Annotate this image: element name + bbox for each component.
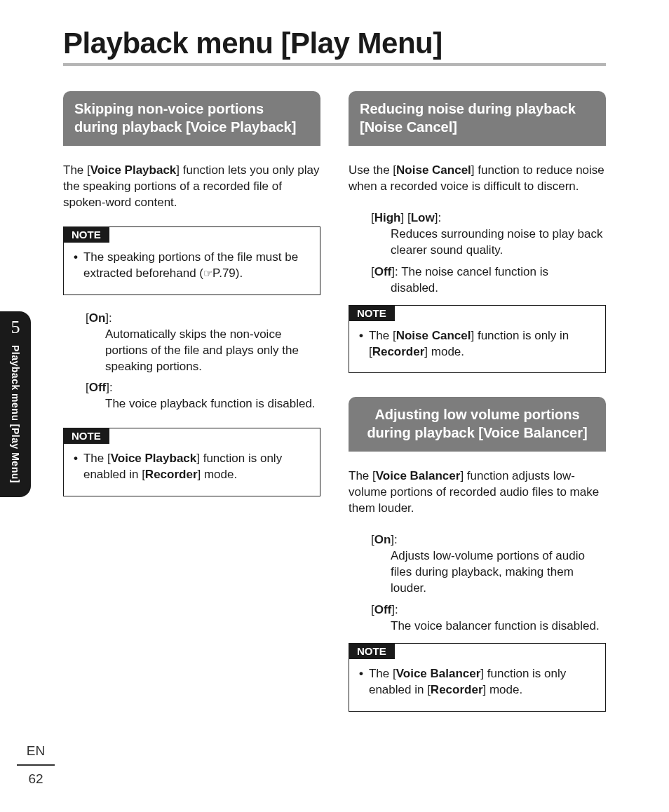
note-label: NOTE bbox=[349, 643, 395, 659]
text: ] mode. bbox=[198, 468, 238, 481]
page-number: 62 bbox=[17, 771, 55, 787]
option-off-label: [Off]: bbox=[371, 602, 606, 618]
text: The [ bbox=[83, 452, 111, 465]
language-code: EN bbox=[17, 743, 55, 764]
divider bbox=[17, 764, 55, 766]
label: Off bbox=[374, 265, 392, 278]
section-header: Skipping non-voice portions during playb… bbox=[63, 91, 320, 146]
option-off-label: [Off]: bbox=[86, 380, 320, 396]
note-content: • The [Voice Balancer] function is only … bbox=[349, 659, 605, 711]
option-on-desc: Automatically skips the non-voice portio… bbox=[86, 327, 320, 375]
option-highlow-desc: Reduces surrounding noise to play back c… bbox=[371, 226, 606, 259]
section-header: Reducing noise during playback [Noise Ca… bbox=[349, 91, 606, 146]
note-bullet: • The [Noise Cancel] function is only in… bbox=[359, 328, 595, 360]
bullet-dot: • bbox=[359, 328, 363, 360]
text: ] mode. bbox=[483, 683, 523, 696]
term: Noise Cancel bbox=[396, 163, 471, 177]
text: The [ bbox=[369, 667, 396, 680]
note-label: NOTE bbox=[349, 305, 395, 321]
section-noise-cancel: Reducing noise during playback [Noise Ca… bbox=[349, 91, 606, 373]
note-content: • The [Voice Playback] function is only … bbox=[64, 444, 320, 496]
page-ref-icon: ☞ bbox=[203, 266, 212, 280]
note-label: NOTE bbox=[63, 226, 109, 243]
content-columns: Skipping non-voice portions during playb… bbox=[63, 91, 606, 727]
page-footer: EN 62 bbox=[17, 743, 55, 787]
bullet-dot: • bbox=[74, 451, 78, 483]
intro-text: The [Voice Playback] function lets you o… bbox=[63, 163, 320, 211]
text: ] mode. bbox=[424, 345, 464, 358]
note-box: NOTE • The [Voice Balancer] function is … bbox=[349, 643, 606, 712]
note-text: The [Noise Cancel] function is only in [… bbox=[369, 328, 595, 360]
text: The speaking portions of the file must b… bbox=[83, 250, 298, 280]
note-bullet: • The speaking portions of the file must… bbox=[74, 250, 310, 282]
options: [High] [Low]: Reduces surrounding noise … bbox=[349, 210, 606, 297]
option-on-label: [On]: bbox=[371, 532, 606, 548]
term: Recorder bbox=[145, 468, 198, 481]
option-on-desc: Adjusts low-volume portions of audio fil… bbox=[371, 548, 606, 597]
term: Voice Playback bbox=[90, 163, 177, 177]
note-box: NOTE • The speaking portions of the file… bbox=[63, 226, 320, 295]
option-off: [Off]: The noise cancel function is disa… bbox=[371, 264, 606, 297]
section-header: Adjusting low volume portions during pla… bbox=[349, 397, 606, 452]
bullet-dot: • bbox=[359, 666, 363, 698]
label: Off bbox=[89, 381, 107, 394]
section-voice-playback: Skipping non-voice portions during playb… bbox=[63, 91, 320, 496]
label: Off bbox=[374, 603, 392, 616]
page-title: Playback menu [Play Menu] bbox=[63, 27, 606, 66]
options: [On]: Automatically skips the non-voice … bbox=[63, 311, 320, 413]
term: Noise Cancel bbox=[396, 329, 471, 342]
option-highlow-label: [High] [Low]: bbox=[371, 210, 606, 226]
option-off-desc: The voice playback function is disabled. bbox=[86, 396, 320, 412]
label: On bbox=[89, 311, 106, 325]
text: The [ bbox=[63, 163, 90, 177]
chapter-label: Playback menu [Play Menu] bbox=[10, 345, 21, 483]
label: On bbox=[374, 533, 391, 546]
text: P.79). bbox=[212, 266, 243, 280]
note-text: The [Voice Playback] function is only en… bbox=[83, 451, 310, 483]
intro-text: Use the [Noise Cancel] function to reduc… bbox=[349, 163, 606, 195]
chapter-tab: 5 Playback menu [Play Menu] bbox=[0, 311, 31, 497]
term: Voice Balancer bbox=[376, 469, 461, 482]
term: Voice Balancer bbox=[396, 667, 481, 680]
chapter-number: 5 bbox=[11, 317, 20, 338]
intro-text: The [Voice Balancer] function adjusts lo… bbox=[349, 468, 606, 517]
options: [On]: Adjusts low-volume portions of aud… bbox=[349, 532, 606, 635]
note-bullet: • The [Voice Balancer] function is only … bbox=[359, 666, 595, 698]
text: The [ bbox=[349, 469, 376, 482]
text: disabled. bbox=[371, 280, 606, 297]
term: Voice Playback bbox=[111, 452, 197, 465]
section-voice-balancer: Adjusting low volume portions during pla… bbox=[349, 397, 606, 711]
bullet-dot: • bbox=[74, 250, 78, 282]
note-content: • The speaking portions of the file must… bbox=[64, 243, 320, 295]
text: The [ bbox=[369, 329, 396, 342]
note-label: NOTE bbox=[63, 428, 109, 444]
term: Recorder bbox=[372, 345, 425, 358]
note-box: NOTE • The [Noise Cancel] function is on… bbox=[349, 305, 606, 374]
note-box: NOTE • The [Voice Playback] function is … bbox=[63, 428, 320, 496]
option-off-desc: The voice balancer function is disabled. bbox=[371, 618, 606, 635]
label: High bbox=[374, 211, 401, 224]
text: Use the [ bbox=[349, 163, 396, 177]
note-text: The [Voice Balancer] function is only en… bbox=[369, 666, 595, 698]
option-on-label: [On]: bbox=[86, 311, 320, 327]
note-bullet: • The [Voice Playback] function is only … bbox=[74, 451, 310, 483]
term: Recorder bbox=[431, 683, 483, 696]
text: ]: The noise cancel function is bbox=[391, 265, 548, 278]
left-column: Skipping non-voice portions during playb… bbox=[63, 91, 320, 727]
note-content: • The [Noise Cancel] function is only in… bbox=[349, 321, 605, 373]
label: Low bbox=[411, 211, 435, 224]
right-column: Reducing noise during playback [Noise Ca… bbox=[349, 91, 606, 727]
note-text: The speaking portions of the file must b… bbox=[83, 250, 310, 282]
